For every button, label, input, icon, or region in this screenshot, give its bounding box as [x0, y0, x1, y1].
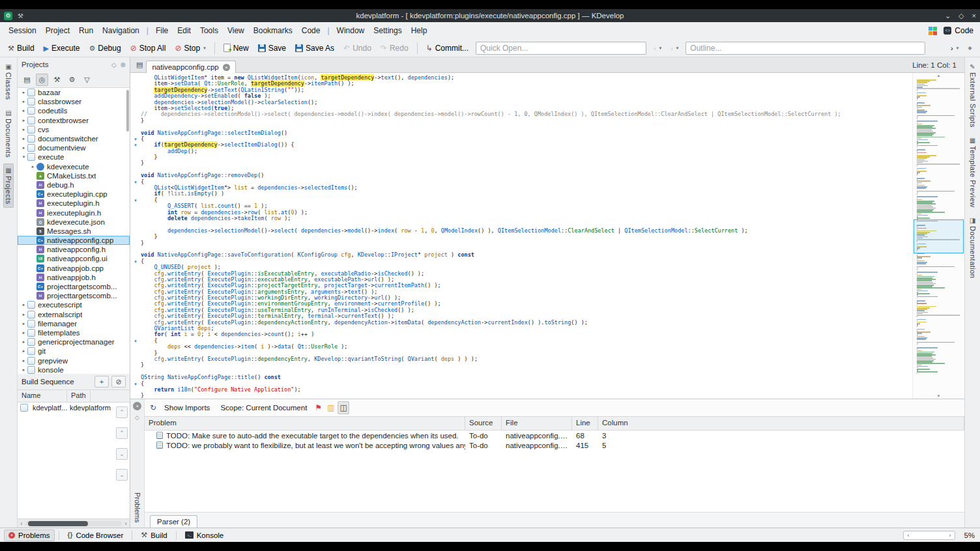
jump-next-button[interactable]: ›▾: [667, 42, 682, 54]
fold-marker-icon[interactable]: ▾: [130, 136, 141, 142]
tree-item[interactable]: ▸codeutils: [18, 106, 130, 115]
fold-marker-icon[interactable]: ▾: [130, 259, 141, 264]
menu-edit[interactable]: Edit: [173, 22, 195, 39]
tree-item[interactable]: ▸kdevexecute: [18, 162, 130, 171]
expander-icon[interactable]: ▸: [20, 302, 27, 307]
toolview-code-browser-button[interactable]: {}Code Browser: [63, 530, 128, 541]
grouping-icon[interactable]: ◫: [339, 403, 347, 412]
area-code-button[interactable]: Code: [944, 26, 973, 35]
area-switcher-icon[interactable]: [929, 27, 937, 35]
execute-button[interactable]: ▶Execute: [40, 42, 84, 55]
menu-tools[interactable]: Tools: [195, 22, 223, 39]
expander-icon[interactable]: ▸: [20, 321, 27, 326]
code-line[interactable]: }: [130, 393, 912, 399]
parser-tab[interactable]: Parser (2): [150, 515, 197, 528]
expander-icon[interactable]: ▸: [20, 90, 27, 95]
close-dock-icon[interactable]: ⊗: [121, 61, 126, 68]
tree-item[interactable]: C+executeplugin.cpp: [18, 190, 130, 199]
code-line[interactable]: // dependencies->selectionModel()->selec…: [130, 111, 912, 117]
code-editor[interactable]: QListWidgetItem* item = new QListWidgetI…: [130, 73, 964, 399]
tree-item[interactable]: ▸bazaar: [18, 88, 130, 97]
remove-from-buildset-button[interactable]: ⊘: [111, 376, 126, 388]
code-line[interactable]: delete dependencies->takeItem( row );: [130, 216, 912, 221]
undo-button[interactable]: ↶Undo: [339, 42, 375, 55]
problems-column-line[interactable]: Line: [572, 417, 598, 430]
tab-classes[interactable]: ▣Classes: [3, 60, 14, 104]
errors-filter-icon[interactable]: ⚑: [315, 403, 322, 412]
expander-icon[interactable]: ▸: [20, 99, 27, 104]
toolview-problems-button[interactable]: ×Problems: [4, 530, 55, 541]
tree-item[interactable]: Hprojecttargetscomb...: [18, 291, 130, 300]
filter-icon[interactable]: ▽: [81, 74, 93, 86]
expander-icon[interactable]: ▸: [20, 127, 27, 132]
maximize-icon[interactable]: ◇: [958, 12, 964, 20]
problem-row[interactable]: TODO: Make sure to auto-add the executab…: [145, 431, 964, 440]
buildset-move-down-button[interactable]: ⌄: [116, 448, 128, 460]
menu-session[interactable]: Session: [4, 22, 41, 39]
code-line[interactable]: }: [130, 160, 912, 166]
zoom-slider[interactable]: ‹ ›: [903, 531, 955, 540]
code-area[interactable]: QListWidgetItem* item = new QListWidgetI…: [130, 73, 912, 399]
tab-documentation[interactable]: ◨Documentation: [968, 214, 978, 282]
projects-mode-icon[interactable]: ▤: [21, 74, 33, 86]
tab-template-preview[interactable]: ▦Template Preview: [968, 134, 978, 211]
tree-item[interactable]: C+projecttargetscomb...: [18, 282, 130, 291]
tree-item[interactable]: ▸konsole: [18, 365, 130, 374]
tree-item[interactable]: ▸cvs: [18, 125, 130, 134]
toolview-konsole-button[interactable]: ›_Konsole: [180, 530, 229, 541]
save-as-button[interactable]: Save As: [291, 42, 338, 55]
comments-filter-icon[interactable]: ▥: [327, 403, 334, 412]
tree-item[interactable]: C+nativeappconfig.cpp: [18, 236, 130, 245]
code-line[interactable]: }: [130, 362, 912, 368]
fold-marker-icon[interactable]: ▾: [130, 197, 141, 203]
fold-marker-icon[interactable]: ▾: [130, 381, 141, 387]
build-button[interactable]: ⚒Build: [4, 42, 38, 55]
tree-scrollbar[interactable]: [126, 90, 129, 132]
menu-navigation[interactable]: Navigation: [98, 22, 144, 39]
new-button[interactable]: New: [220, 42, 253, 55]
stop-button[interactable]: ⊘Stop▾: [171, 42, 209, 55]
close-icon[interactable]: ×: [972, 12, 976, 20]
menu-bookmarks[interactable]: Bookmarks: [249, 22, 297, 39]
tree-item[interactable]: ▸git: [18, 346, 130, 356]
tree-item[interactable]: ▸genericprojectmanager: [18, 337, 130, 346]
tree-item[interactable]: ▾execute: [18, 152, 130, 162]
fold-marker-icon[interactable]: ▾: [130, 142, 141, 148]
expander-icon[interactable]: ▸: [29, 164, 36, 169]
expander-icon[interactable]: ▸: [20, 367, 27, 373]
problems-column-column[interactable]: Column: [598, 417, 964, 430]
tab-documents[interactable]: ▤Documents: [3, 106, 14, 161]
tab-external-scripts[interactable]: ✎External Scripts: [968, 60, 978, 131]
tree-item[interactable]: ▲CMakeLists.txt: [18, 171, 130, 180]
toolview-build-button[interactable]: ⚒Build: [136, 529, 171, 541]
locate-current-document-icon[interactable]: ◎: [36, 74, 48, 86]
tree-item[interactable]: {}kdevexecute.json: [18, 218, 130, 227]
show-imports-button[interactable]: Show Imports: [162, 403, 212, 413]
code-line[interactable]: deps << dependencies->item( i )->data( Q…: [130, 344, 912, 350]
expander-icon[interactable]: ▸: [20, 358, 27, 363]
scroll-left-icon[interactable]: ‹: [18, 520, 25, 527]
tab-close-icon[interactable]: ×: [223, 64, 230, 71]
build-selection-icon[interactable]: ⚒: [51, 74, 63, 86]
tree-item[interactable]: $Messages.sh: [18, 227, 130, 236]
tree-item[interactable]: ▸filemanager: [18, 319, 130, 328]
code-line[interactable]: void NativeAppConfigPage::removeDep(): [130, 173, 912, 178]
menu-help[interactable]: Help: [407, 22, 432, 39]
tree-item[interactable]: C+nativeappjob.cpp: [18, 264, 130, 273]
tree-item[interactable]: ▸contextbrowser: [18, 116, 130, 125]
expander-icon[interactable]: ▸: [20, 348, 27, 354]
problems-column-file[interactable]: File: [502, 417, 572, 430]
buildset-column-path[interactable]: Path: [67, 390, 91, 402]
tree-item[interactable]: UInativeappconfig.ui: [18, 254, 130, 263]
menu-view[interactable]: View: [223, 22, 249, 39]
add-to-buildset-button[interactable]: +: [94, 376, 109, 388]
expander-icon[interactable]: ▸: [20, 339, 27, 345]
code-line[interactable]: cfg.writeEntry( ExecutePlugin::dependenc…: [130, 356, 912, 362]
minimap-scroll-down-icon[interactable]: ▼: [913, 394, 964, 398]
tree-item[interactable]: ▸executescript: [18, 300, 130, 309]
code-line[interactable]: QList<QListWidgetItem*> list = dependenc…: [130, 185, 912, 191]
tree-item[interactable]: ▸documentview: [18, 143, 130, 152]
code-line[interactable]: void NativeAppConfigPage::selectItemDial…: [130, 130, 912, 136]
code-line[interactable]: QString NativeAppConfigPage::title() con…: [130, 374, 912, 380]
tab-projects[interactable]: ▦Projects: [3, 163, 14, 208]
